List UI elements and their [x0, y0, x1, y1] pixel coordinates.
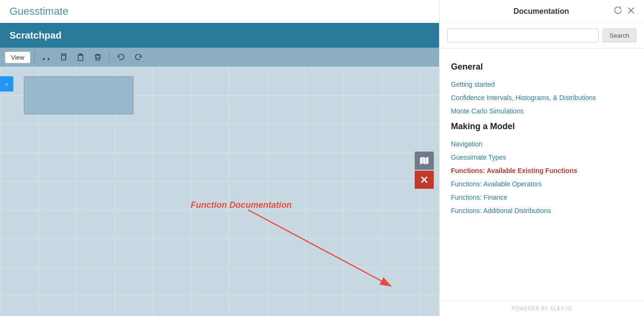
scratchpad-title: Scratchpad	[10, 30, 61, 41]
doc-panel: Documentation Search	[439, 0, 644, 316]
toolbar: View	[0, 48, 439, 67]
doc-section-title-making-a-model: Making a Model	[451, 122, 633, 132]
scratchpad-header: Scratchpad	[0, 23, 439, 48]
doc-link-functions-operators[interactable]: Functions: Available Operators	[451, 177, 633, 191]
doc-link-guessimate-types[interactable]: Guessimate Types	[451, 151, 633, 164]
doc-link-monte-carlo[interactable]: Monte Carlo Simulations	[451, 104, 633, 118]
copy-button[interactable]	[56, 51, 71, 63]
doc-footer: POWERED BY ELEV.IO	[440, 301, 644, 316]
redo-button[interactable]	[131, 51, 146, 63]
doc-section-title-general: General	[451, 62, 633, 72]
doc-section-making-a-model: Making a Model Navigation Guessimate Typ…	[451, 122, 633, 217]
app-title: Guesstimate	[10, 5, 69, 18]
doc-panel-header: Documentation	[440, 0, 644, 23]
paste-icon	[77, 53, 84, 61]
undo-button[interactable]	[113, 51, 129, 63]
doc-content[interactable]: General Getting started Confidence Inter…	[440, 49, 644, 301]
map-icon	[419, 156, 429, 165]
svg-line-4	[248, 210, 391, 286]
doc-panel-actions	[614, 7, 634, 16]
doc-search-input[interactable]	[447, 29, 599, 42]
doc-section-general: General Getting started Confidence Inter…	[451, 62, 633, 118]
toolbar-divider-2	[109, 51, 110, 63]
x-icon	[420, 176, 428, 183]
doc-panel-title: Documentation	[468, 7, 614, 16]
delete-button[interactable]	[90, 51, 105, 63]
doc-link-getting-started[interactable]: Getting started	[451, 78, 633, 91]
doc-search-area: Search	[440, 23, 644, 49]
refresh-button[interactable]	[614, 7, 622, 16]
cut-button[interactable]	[39, 51, 54, 63]
cut-icon	[42, 53, 50, 61]
doc-link-functions-existing[interactable]: Functions: Available Existing Functions	[451, 164, 633, 177]
doc-link-navigation[interactable]: Navigation	[451, 137, 633, 151]
svg-rect-1	[78, 55, 83, 61]
sidebar-toggle[interactable]: ›	[0, 76, 13, 92]
paste-button[interactable]	[73, 51, 88, 63]
popup-buttons	[415, 152, 434, 189]
map-button[interactable]	[415, 152, 434, 170]
doc-link-functions-distributions[interactable]: Functions: Additional Distributions	[451, 204, 633, 217]
redo-icon	[134, 53, 142, 61]
doc-search-button[interactable]: Search	[603, 29, 636, 42]
chevron-right-icon: ›	[6, 80, 8, 88]
grid-background: Function Documentation	[0, 67, 439, 316]
cell-card[interactable]	[24, 76, 133, 114]
refresh-icon	[614, 7, 622, 14]
copy-icon	[60, 53, 67, 61]
app-header: Guesstimate	[0, 0, 439, 23]
close-icon	[628, 7, 634, 14]
doc-link-functions-finance[interactable]: Functions: Finance	[451, 191, 633, 204]
doc-link-confidence-intervals[interactable]: Confidence Intervals, Histograms, & Dist…	[451, 91, 633, 104]
undo-icon	[117, 53, 125, 61]
toolbar-divider	[34, 51, 35, 63]
canvas-area[interactable]: Function Documentation ›	[0, 67, 439, 316]
close-doc-panel-button[interactable]	[628, 7, 634, 16]
popup-close-button[interactable]	[415, 171, 434, 189]
delete-icon	[94, 53, 102, 61]
annotation-text: Function Documentation	[191, 200, 292, 210]
annotation-arrow	[248, 210, 410, 305]
view-button[interactable]: View	[5, 51, 31, 63]
svg-rect-0	[61, 55, 66, 60]
